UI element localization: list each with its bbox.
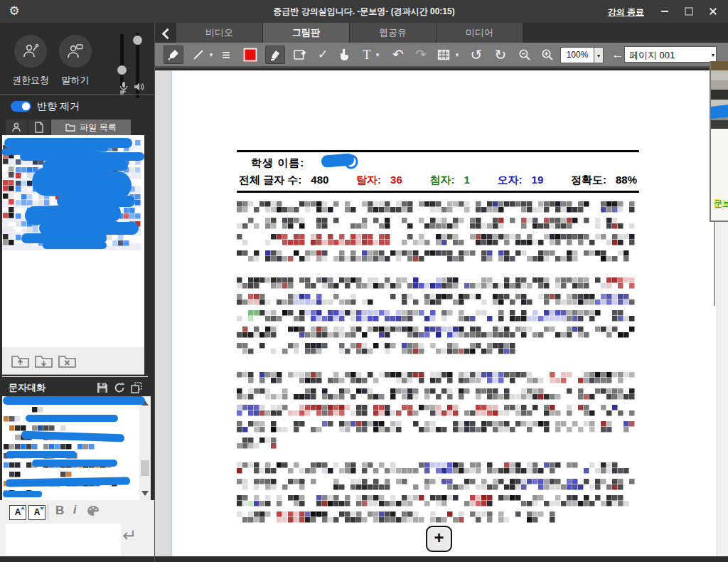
chat-scroll-up-icon[interactable]: [141, 401, 149, 405]
stat-total: 전체 글자 수:480: [239, 174, 328, 187]
chat-refresh-button[interactable]: [114, 382, 127, 393]
tab-video[interactable]: 비디오: [176, 23, 263, 43]
line-tool-caret[interactable]: ▾: [208, 51, 215, 58]
folder-down-icon: [34, 354, 53, 369]
tab-documents[interactable]: [28, 120, 50, 135]
person-speak-icon: [66, 42, 85, 60]
file-list-label: 파일 목록: [80, 122, 116, 134]
document-bottom-rule: [237, 191, 639, 193]
zoom-in-button[interactable]: [537, 46, 557, 64]
echo-cancel-toggle[interactable]: [11, 101, 31, 112]
chat-save-button[interactable]: [97, 382, 109, 393]
line-tool-button[interactable]: [188, 46, 208, 64]
page-back-arrow[interactable]: ←: [610, 46, 626, 64]
undo-button[interactable]: ↶: [388, 46, 408, 64]
grid-button[interactable]: [434, 46, 454, 64]
brush-icon: [167, 48, 180, 61]
tab-media[interactable]: 미디어: [437, 23, 523, 43]
thickness-button[interactable]: ≡: [216, 46, 236, 64]
grid-icon: [438, 50, 450, 60]
zoom-level-caret[interactable]: ▾: [594, 47, 604, 63]
maximize-icon: [685, 8, 693, 16]
stat-errors: 오자:19: [498, 174, 544, 187]
chat-input-area: A A B i ↵: [0, 500, 154, 556]
speak-label: 말하기: [53, 74, 97, 87]
chat-scroll-thumb[interactable]: [141, 460, 149, 476]
document-icon: [34, 122, 44, 133]
person-raise-hand-icon: [21, 42, 40, 60]
stat-accuracy: 정확도:88%: [571, 174, 637, 187]
brush-tool-button[interactable]: [164, 46, 183, 64]
italic-button[interactable]: i: [73, 504, 76, 516]
chat-scroll-down-icon[interactable]: [141, 491, 149, 496]
end-lecture-link[interactable]: 강의 종료: [608, 6, 644, 18]
add-page-button[interactable]: +: [426, 526, 452, 552]
hand-pointer-button[interactable]: [334, 46, 354, 64]
echo-cancel-label: 반향 제거: [37, 100, 80, 113]
file-upload-button[interactable]: [11, 354, 30, 369]
page-input[interactable]: [628, 48, 707, 63]
tab-webshare[interactable]: 웹공유: [350, 23, 437, 43]
scrollbar-thumb[interactable]: [714, 222, 715, 306]
speaker-slider-knob[interactable]: [133, 36, 142, 45]
rotate-ccw-button[interactable]: ↺: [466, 46, 486, 64]
page-selector[interactable]: ▾: [624, 46, 717, 63]
text-color-button[interactable]: [87, 505, 100, 519]
color-swatch-button[interactable]: [240, 46, 260, 64]
toggle-knob: [22, 102, 30, 110]
shape-eraser-button[interactable]: [290, 46, 310, 64]
sidebar: 권한요청 말하기 반향 제거: [0, 23, 155, 562]
check-tool-button[interactable]: ✓: [313, 46, 333, 64]
sidebar-divider: [0, 94, 154, 95]
file-actions-bar: [2, 347, 144, 375]
file-list-panel[interactable]: [2, 135, 144, 347]
minimize-icon: [661, 11, 668, 12]
stat-omissions: 탈자:36: [356, 174, 402, 187]
person-icon: [11, 122, 22, 133]
redo-button[interactable]: ↷: [411, 46, 431, 64]
folder-up-icon: [11, 354, 30, 369]
file-list-rows: [2, 137, 141, 255]
document-top-rule: [237, 150, 639, 152]
marker-tool-button[interactable]: [265, 46, 285, 64]
speak-button[interactable]: [59, 35, 92, 68]
chat-popout-button[interactable]: [131, 382, 144, 393]
folder-icon: [65, 123, 75, 132]
maximize-button[interactable]: [677, 0, 701, 23]
student-name-label: 학생 이름:: [251, 157, 304, 170]
format-separator: [48, 504, 48, 519]
file-download-button[interactable]: [34, 354, 53, 369]
tab-whiteboard[interactable]: 그림판: [263, 23, 350, 43]
text-tool-caret[interactable]: ▾: [374, 51, 381, 58]
save-floppy-icon: [97, 382, 108, 393]
zoom-out-button[interactable]: [515, 46, 535, 64]
video-thumbnail[interactable]: 문보: [710, 61, 728, 222]
main-tab-bar: 비디오 그림판 웹공유 미디어: [155, 23, 728, 43]
collapse-sidebar-button[interactable]: [156, 26, 175, 41]
page-caret[interactable]: ▾: [712, 52, 714, 58]
rotate-cw-button[interactable]: ↻: [491, 46, 510, 64]
close-button[interactable]: [701, 0, 725, 23]
minimize-button[interactable]: [653, 0, 677, 23]
request-permission-button[interactable]: [14, 35, 47, 68]
chat-message-list[interactable]: [2, 396, 151, 500]
file-delete-button[interactable]: [58, 354, 77, 369]
grid-caret[interactable]: ▾: [454, 51, 461, 58]
app-window: ⚙ 중급반 강의실입니다. -문보영- (경과시간 00:15) 강의 종료 권…: [0, 0, 728, 562]
tab-file-list[interactable]: 파일 목록: [51, 120, 131, 135]
bold-button[interactable]: B: [55, 504, 64, 518]
microphone-icon: [117, 80, 130, 93]
marker-icon: [269, 48, 282, 61]
zoom-level-display[interactable]: 100%: [560, 47, 594, 63]
font-increase-button[interactable]: A: [9, 505, 26, 520]
font-decrease-button[interactable]: A: [28, 505, 46, 520]
chat-scrollbar[interactable]: [139, 396, 151, 500]
chevron-left-icon: [162, 28, 173, 40]
mic-slider-knob[interactable]: [117, 65, 127, 75]
chat-input[interactable]: [6, 524, 121, 556]
whiteboard-page[interactable]: [155, 70, 717, 556]
tab-participants[interactable]: [6, 120, 27, 135]
send-enter-icon[interactable]: ↵: [122, 526, 136, 546]
chat-section-title: 문자대화: [9, 381, 46, 394]
title-bar: ⚙ 중급반 강의실입니다. -문보영- (경과시간 00:15) 강의 종료: [0, 0, 728, 23]
